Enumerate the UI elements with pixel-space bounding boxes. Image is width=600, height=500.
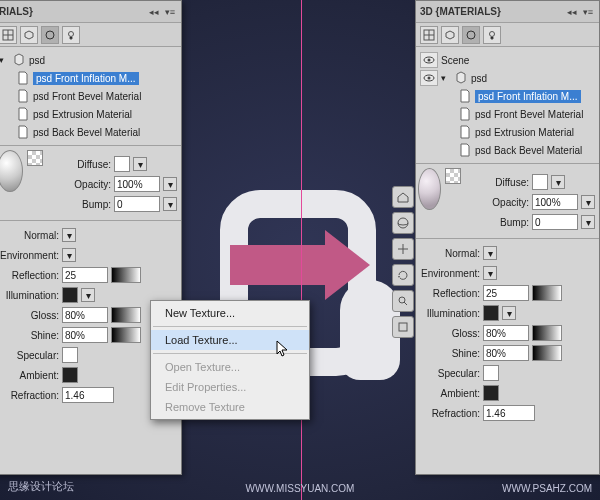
illum-menu-icon[interactable]: ▾ [502,306,516,320]
tree-row-item[interactable]: psd Front Inflation M... [0,69,179,87]
opacity-menu-icon[interactable]: ▾ [163,177,177,191]
normal-menu-icon[interactable]: ▾ [62,228,76,242]
reflection-grad[interactable] [111,267,141,283]
menu-remove-texture[interactable]: Remove Texture [151,397,309,417]
gloss-grad[interactable] [111,307,141,323]
tool-orbit-icon[interactable] [392,212,414,234]
tree-item-label: psd Extrusion Material [33,109,132,120]
tree-row-item[interactable]: psd Back Bevel Material [0,123,179,141]
menu-edit-properties[interactable]: Edit Properties... [151,377,309,397]
tree-row-item[interactable]: psd Front Inflation M... [418,87,597,105]
gloss-input[interactable]: 80% [483,325,529,341]
tool-zoom-icon[interactable] [392,290,414,312]
menu-icon[interactable]: ▾≡ [581,5,595,19]
filter-mesh-icon[interactable] [20,26,38,44]
tool-scale-icon[interactable] [392,316,414,338]
label-reflection: Reflection: [418,288,480,299]
materials-tree: Scene ▾ psd psd Front Inflation M... psd… [416,47,599,164]
label-environment: Environment: [418,268,480,279]
filter-materials-icon[interactable] [41,26,59,44]
shine-grad[interactable] [111,327,141,343]
illum-swatch[interactable] [483,305,499,321]
opacity-input[interactable]: 100% [532,194,578,210]
tree-row-root[interactable]: ▾ psd [418,69,597,87]
mesh-icon [454,71,468,85]
page-icon [458,89,472,103]
svg-point-2 [69,31,74,36]
panel-header[interactable]: RIALS} ◂◂ ▾≡ [0,1,181,23]
tree-row-item[interactable]: psd Extrusion Material [418,123,597,141]
label-bump: Bump: [49,199,111,210]
filter-lights-icon[interactable] [483,26,501,44]
opacity-input[interactable]: 100% [114,176,160,192]
page-icon [458,107,472,121]
svg-point-12 [428,77,431,80]
tree-row-root[interactable]: ▾ psd [0,51,179,69]
material-properties: Normal:▾ Environment:▾ Reflection:25 Ill… [416,239,599,425]
illum-swatch[interactable] [62,287,78,303]
menu-new-texture[interactable]: New Texture... [151,303,309,323]
reflection-input[interactable]: 25 [62,267,108,283]
tool-pan-icon[interactable] [392,238,414,260]
shine-grad[interactable] [532,345,562,361]
tree-row-item[interactable]: psd Extrusion Material [0,105,179,123]
collapse-left-icon[interactable]: ◂◂ [565,5,579,19]
diffuse-swatch[interactable] [114,156,130,172]
bump-menu-icon[interactable]: ▾ [163,197,177,211]
twisty-icon[interactable]: ▾ [0,55,9,65]
gloss-grad[interactable] [532,325,562,341]
filter-materials-icon[interactable] [462,26,480,44]
tree-row-item[interactable]: psd Back Bevel Material [418,141,597,159]
collapse-left-icon[interactable]: ◂◂ [147,5,161,19]
visibility-eye-icon[interactable] [420,70,438,86]
diffuse-menu-icon[interactable]: ▾ [551,175,565,189]
tool-home-icon[interactable] [392,186,414,208]
page-icon [16,71,30,85]
svg-point-10 [428,59,431,62]
material-preview-sphere[interactable] [418,168,441,210]
watermark-left: 思缘设计论坛 [8,479,74,494]
preview-picker[interactable] [445,168,461,184]
gloss-input[interactable]: 80% [62,307,108,323]
ambient-swatch[interactable] [483,385,499,401]
tree-row-item[interactable]: psd Front Bevel Material [0,87,179,105]
ambient-swatch[interactable] [62,367,78,383]
reflection-input[interactable]: 25 [483,285,529,301]
label-normal: Normal: [0,230,59,241]
page-icon [16,125,30,139]
twisty-icon[interactable]: ▾ [441,73,451,83]
preview-picker[interactable] [27,150,43,166]
reflection-grad[interactable] [532,285,562,301]
filter-scene-icon[interactable] [0,26,17,44]
specular-swatch[interactable] [483,365,499,381]
tool-roll-icon[interactable] [392,264,414,286]
env-menu-icon[interactable]: ▾ [483,266,497,280]
shine-input[interactable]: 80% [483,345,529,361]
filter-mesh-icon[interactable] [441,26,459,44]
specular-swatch[interactable] [62,347,78,363]
panel-header[interactable]: 3D {MATERIALS} ◂◂ ▾≡ [416,1,599,23]
opacity-menu-icon[interactable]: ▾ [581,195,595,209]
refraction-input[interactable]: 1.46 [483,405,535,421]
tree-row-item[interactable]: psd Front Bevel Material [418,105,597,123]
refraction-input[interactable]: 1.46 [62,387,114,403]
filter-scene-icon[interactable] [420,26,438,44]
tree-row-scene[interactable]: Scene [418,51,597,69]
menu-separator [153,326,307,327]
diffuse-menu-icon[interactable]: ▾ [133,157,147,171]
filter-lights-icon[interactable] [62,26,80,44]
bump-input[interactable]: 0 [532,214,578,230]
bump-menu-icon[interactable]: ▾ [581,215,595,229]
shine-input[interactable]: 80% [62,327,108,343]
material-preview-sphere[interactable] [0,150,23,192]
menu-icon[interactable]: ▾≡ [163,5,177,19]
diffuse-swatch[interactable] [532,174,548,190]
normal-menu-icon[interactable]: ▾ [483,246,497,260]
label-shine: Shine: [0,330,59,341]
materials-panel-right: 3D {MATERIALS} ◂◂ ▾≡ Scene ▾ psd psd Fro… [415,0,600,475]
env-menu-icon[interactable]: ▾ [62,248,76,262]
bump-input[interactable]: 0 [114,196,160,212]
visibility-eye-icon[interactable] [420,52,438,68]
illum-menu-icon[interactable]: ▾ [81,288,95,302]
arrow-indicator [230,230,370,300]
